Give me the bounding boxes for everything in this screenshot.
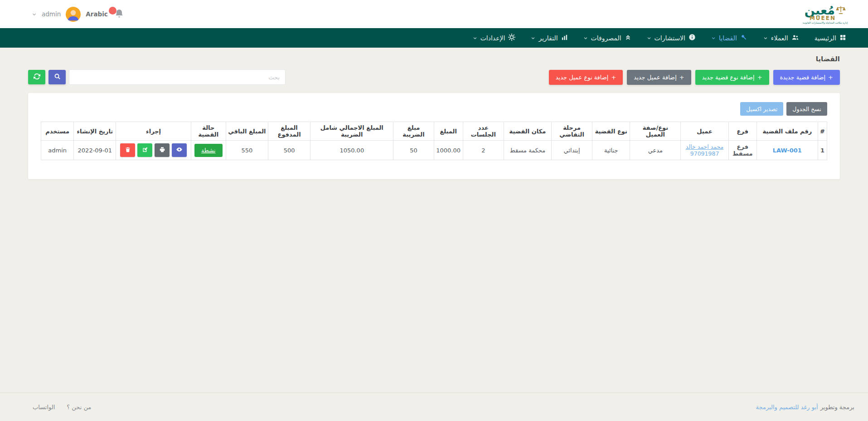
user-avatar[interactable] <box>66 7 81 22</box>
cell-user: admin <box>41 141 74 160</box>
col-user: مستخدم <box>41 122 74 141</box>
col-location: مكان القضية <box>504 122 551 141</box>
view-button[interactable] <box>172 143 187 157</box>
nav-item-expenses[interactable]: المصروفات <box>583 34 631 42</box>
logo-arabic: مُعين <box>805 4 835 16</box>
table-tools: نسخ الجدول تصدير اكسيل <box>41 102 827 116</box>
cell-amount: 1000.00 <box>434 141 463 160</box>
printer-icon <box>159 147 165 154</box>
cell-remaining: 550 <box>226 141 268 160</box>
bell-icon <box>114 12 125 21</box>
main-content: القضايا + إضافة قضية جديدة + إضافة نوع ق… <box>0 48 868 392</box>
nav-item-home[interactable]: الرئيسية <box>815 34 846 42</box>
nav-item-consultations[interactable]: الاستشارات <box>647 34 696 42</box>
add-case-button[interactable]: + إضافة قضية جديدة <box>773 70 840 85</box>
col-paid: المبلغ المدفوع <box>268 122 310 141</box>
chevron-down-icon <box>647 34 651 42</box>
developer-link[interactable]: أبو رغد للتصميم والبرمجة <box>756 404 818 411</box>
toolbar-row: + إضافة قضية جديدة + إضافة نوع قضية جديد… <box>28 69 840 85</box>
nav-item-clients[interactable]: العملاء <box>763 34 799 43</box>
col-file-no: رقم ملف القضية <box>756 122 818 141</box>
add-client-button[interactable]: + إضافة عميل جديد <box>627 70 691 85</box>
delete-button[interactable] <box>120 143 135 157</box>
search-input[interactable] <box>69 69 286 85</box>
username-label[interactable]: admin <box>42 10 61 18</box>
angles-up-icon <box>625 34 631 42</box>
info-icon <box>689 34 696 42</box>
nav-item-settings[interactable]: الإعدادات <box>473 34 516 42</box>
client-link[interactable]: محمد احمد خالد <box>686 143 723 150</box>
notification-badge <box>109 7 116 15</box>
refresh-button[interactable] <box>28 70 45 84</box>
cell-location: محكمة مسقط <box>504 141 551 160</box>
user-cluster: Arabic admin <box>32 7 125 22</box>
notifications-button[interactable] <box>113 8 125 20</box>
refresh-icon <box>34 73 40 81</box>
plus-icon: + <box>679 74 684 81</box>
col-status: حالة القضية <box>191 122 226 141</box>
search-icon <box>54 73 61 81</box>
add-client-type-button[interactable]: + إضافة نوع عميل جديد <box>549 70 623 85</box>
col-sessions: عدد الجلسات <box>463 122 504 141</box>
page-title: القضايا <box>28 55 840 63</box>
cell-paid: 500 <box>268 141 310 160</box>
col-stage: مرحلة التقاضي <box>552 122 592 141</box>
footer-links: من نحن ؟ الواتساب <box>33 404 91 411</box>
grid-icon <box>839 34 846 42</box>
col-case-type: نوع القضية <box>592 122 630 141</box>
trash-icon <box>125 147 131 154</box>
scales-icon <box>836 5 846 16</box>
cell-client-role: مدعي <box>630 141 681 160</box>
col-created: تاريخ الإنشاء <box>74 122 116 141</box>
add-buttons-group: + إضافة قضية جديدة + إضافة نوع قضية جديد… <box>549 70 840 85</box>
status-badge[interactable]: نشطة <box>194 144 223 157</box>
plus-icon: + <box>828 74 833 81</box>
case-file-link[interactable]: LAW-001 <box>773 147 802 154</box>
copy-table-button[interactable]: نسخ الجدول <box>786 102 827 116</box>
add-case-type-button[interactable]: + إضافة نوع قضية جديد <box>695 70 769 85</box>
app-logo[interactable]: مُعين MUEEN إدارة مكاتب المحاماة والاستش… <box>803 4 848 24</box>
export-excel-button[interactable]: تصدير اكسيل <box>740 102 783 116</box>
col-client-role: نوع/صفة العميل <box>630 122 681 141</box>
cell-branch: فرع مسقط <box>728 141 756 160</box>
edit-button[interactable] <box>137 143 152 157</box>
language-label[interactable]: Arabic <box>86 10 108 18</box>
about-link[interactable]: من نحن ؟ <box>67 404 91 411</box>
gavel-icon <box>740 34 748 43</box>
col-serial: # <box>818 122 827 141</box>
cell-sessions: 2 <box>463 141 504 160</box>
print-button[interactable] <box>155 143 170 157</box>
users-icon <box>791 34 799 43</box>
chevron-down-icon <box>763 34 768 42</box>
bar-chart-icon <box>561 34 568 42</box>
nav-item-reports[interactable]: التقارير <box>531 34 567 42</box>
client-phone: 97091987 <box>690 150 719 157</box>
col-action: إجراء <box>116 122 191 141</box>
col-total: المبلغ الاجمالي شامل الضريبة <box>310 122 393 141</box>
search-button[interactable] <box>48 70 66 84</box>
table-row: 1 LAW-001 فرع مسقط محمد احمد خالد 970919… <box>41 141 827 160</box>
cell-case-type: جنائية <box>592 141 630 160</box>
developer-credit: برمجة وتطوير أبو رغد للتصميم والبرمجة <box>756 404 854 411</box>
table-card: نسخ الجدول تصدير اكسيل # رقم ملف القضية … <box>28 93 840 179</box>
chevron-down-icon <box>583 34 588 42</box>
table-header-row: # رقم ملف القضية فرع عميل نوع/صفة العميل… <box>41 122 827 141</box>
cell-serial: 1 <box>818 141 827 160</box>
cell-status: نشطة <box>191 141 226 160</box>
logo-latin: MUEEN <box>810 15 836 21</box>
chevron-down-icon <box>473 34 477 42</box>
col-branch: فرع <box>728 122 756 141</box>
cell-client: محمد احمد خالد 97091987 <box>681 141 728 160</box>
main-navbar: الرئيسية العملاء القضايا الاستشارات المص… <box>0 28 868 48</box>
chevron-down-icon <box>711 34 716 42</box>
nav-item-cases[interactable]: القضايا <box>711 34 748 43</box>
plus-icon: + <box>757 74 762 81</box>
cell-created: 2022-09-01 <box>74 141 116 160</box>
topbar: مُعين MUEEN إدارة مكاتب المحاماة والاستش… <box>0 0 868 28</box>
whatsapp-link[interactable]: الواتساب <box>33 404 55 411</box>
col-client: عميل <box>681 122 728 141</box>
cell-stage: إبتدائي <box>552 141 592 160</box>
footer: برمجة وتطوير أبو رغد للتصميم والبرمجة من… <box>0 392 868 421</box>
col-amount: المبلغ <box>434 122 463 141</box>
chevron-down-icon <box>32 10 37 19</box>
